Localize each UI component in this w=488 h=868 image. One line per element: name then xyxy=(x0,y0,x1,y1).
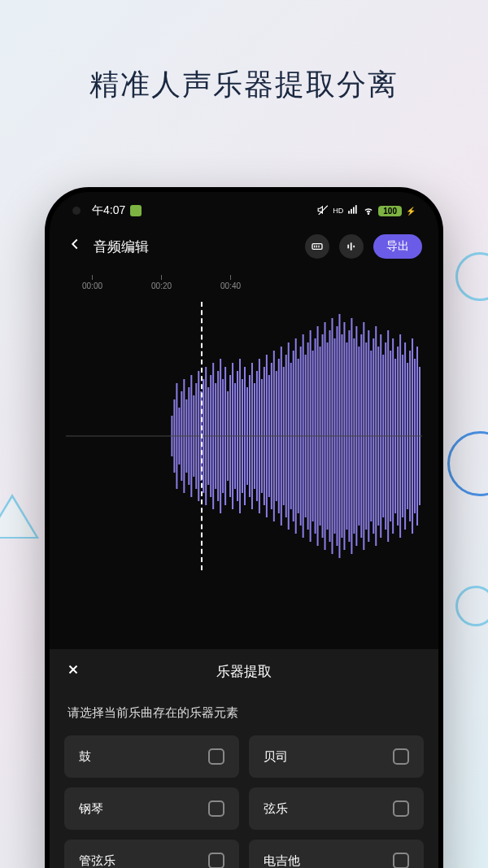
charging-icon: ⚡ xyxy=(406,207,416,216)
close-sheet-button[interactable] xyxy=(66,662,90,681)
sheet-title: 乐器提取 xyxy=(90,662,398,681)
signal-icon xyxy=(347,204,359,217)
sheet-subtitle: 请选择当前乐曲存在的乐器元素 xyxy=(50,694,438,735)
waveform-display[interactable] xyxy=(66,302,422,570)
checkbox-icon xyxy=(208,853,224,868)
instrument-options-grid: 鼓 贝司 钢琴 弦乐 管弦乐 xyxy=(50,735,438,868)
keyboard-icon-button[interactable] xyxy=(305,234,329,259)
status-time: 午4:07 xyxy=(92,203,125,218)
back-button[interactable] xyxy=(66,235,84,258)
status-app-icon xyxy=(130,205,142,216)
timeline-tick: 00:40 xyxy=(220,275,241,290)
svg-rect-9 xyxy=(318,246,319,248)
header-title: 音频编辑 xyxy=(94,238,295,256)
instrument-extraction-sheet: 乐器提取 请选择当前乐曲存在的乐器元素 鼓 贝司 钢琴 弦乐 xyxy=(50,649,438,868)
instrument-option-drums[interactable]: 鼓 xyxy=(64,735,239,778)
checkbox-icon xyxy=(393,800,409,817)
svg-rect-11 xyxy=(351,242,352,250)
timeline-tick: 00:20 xyxy=(151,275,172,290)
option-label: 管弦乐 xyxy=(79,853,115,869)
mute-icon xyxy=(317,204,329,217)
option-label: 钢琴 xyxy=(79,801,103,817)
svg-rect-4 xyxy=(355,205,357,213)
option-label: 鼓 xyxy=(79,749,91,765)
phone-screen: 午4:07 HD 100 ⚡ 音频编辑 xyxy=(50,192,438,868)
playhead-indicator[interactable] xyxy=(201,302,203,570)
status-bar: 午4:07 HD 100 ⚡ xyxy=(50,192,438,225)
instrument-option-orchestra[interactable]: 管弦乐 xyxy=(64,840,239,868)
svg-rect-1 xyxy=(348,211,350,214)
option-label: 贝司 xyxy=(264,749,288,765)
option-label: 弦乐 xyxy=(264,801,288,817)
checkbox-icon xyxy=(208,800,224,817)
svg-rect-12 xyxy=(353,246,355,247)
instrument-option-eguitar[interactable]: 电吉他 xyxy=(249,840,424,868)
instrument-option-strings[interactable]: 弦乐 xyxy=(249,787,424,830)
instrument-option-piano[interactable]: 钢琴 xyxy=(64,787,239,830)
export-button[interactable]: 导出 xyxy=(373,234,422,259)
svg-rect-10 xyxy=(347,245,349,249)
equalizer-icon-button[interactable] xyxy=(339,234,364,259)
checkbox-icon xyxy=(208,748,224,765)
svg-line-0 xyxy=(319,206,328,215)
page-title: 精准人声乐器提取分离 xyxy=(0,0,488,137)
checkbox-icon xyxy=(393,853,409,868)
option-label: 电吉他 xyxy=(264,853,300,869)
timeline-tick: 00:00 xyxy=(82,275,102,290)
svg-rect-3 xyxy=(353,207,355,214)
timeline-ruler: 00:00 00:20 00:40 xyxy=(50,268,438,294)
checkbox-icon xyxy=(393,748,409,765)
wifi-icon xyxy=(363,204,374,217)
camera-dot xyxy=(72,207,81,215)
svg-point-5 xyxy=(368,213,369,214)
svg-rect-2 xyxy=(351,209,352,214)
app-header: 音频编辑 导出 xyxy=(50,225,438,268)
instrument-option-bass[interactable]: 贝司 xyxy=(249,735,424,778)
svg-rect-8 xyxy=(316,246,317,248)
battery-indicator: 100 xyxy=(378,206,402,216)
signal-hd-icon: HD xyxy=(333,207,343,215)
phone-mockup: 午4:07 HD 100 ⚡ 音频编辑 xyxy=(45,187,443,868)
svg-rect-7 xyxy=(314,246,315,248)
